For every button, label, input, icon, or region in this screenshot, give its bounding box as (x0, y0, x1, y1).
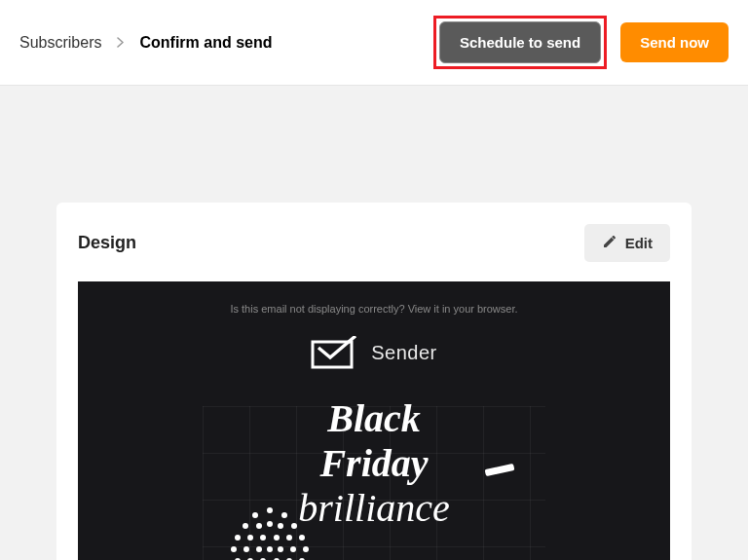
svg-point-6 (256, 523, 262, 529)
hero-line-1: Black (327, 396, 421, 440)
dot-cluster-icon (226, 503, 314, 560)
card-title: Design (78, 233, 136, 253)
svg-point-16 (231, 546, 237, 552)
svg-point-21 (290, 546, 296, 552)
email-preview: Is this email not displaying correctly? … (78, 281, 670, 560)
svg-point-2 (252, 512, 258, 518)
svg-point-9 (291, 523, 297, 529)
annotation-highlight: Schedule to send (433, 16, 607, 69)
svg-point-4 (281, 512, 287, 518)
send-now-button[interactable]: Send now (620, 22, 729, 62)
svg-point-14 (286, 535, 292, 541)
svg-point-12 (260, 535, 266, 541)
hero-title: Black Friday brilliance (95, 396, 653, 531)
breadcrumb-item-confirm: Confirm and send (139, 34, 272, 52)
hero-line-3: brilliance (298, 486, 450, 530)
svg-point-1 (267, 507, 273, 513)
svg-point-5 (243, 523, 248, 529)
svg-point-10 (235, 535, 241, 541)
hero-line-2: Friday (319, 441, 428, 485)
edit-button[interactable]: Edit (584, 224, 670, 262)
svg-point-17 (243, 546, 249, 552)
header-actions: Schedule to send Send now (433, 16, 729, 69)
app-header: Subscribers Confirm and send Schedule to… (0, 0, 748, 86)
edit-label: Edit (625, 235, 653, 251)
chevron-right-icon (117, 35, 124, 51)
svg-point-13 (274, 535, 280, 541)
svg-point-18 (256, 546, 262, 552)
pencil-icon (602, 234, 617, 252)
svg-point-19 (267, 546, 273, 552)
design-card: Design Edit Is this email not displaying… (56, 203, 692, 560)
schedule-to-send-button[interactable]: Schedule to send (439, 21, 601, 63)
svg-point-8 (278, 523, 283, 529)
content-area: Design Edit Is this email not displaying… (0, 86, 748, 560)
sender-logo: Sender (311, 336, 437, 369)
svg-point-7 (267, 521, 273, 527)
breadcrumb-item-subscribers[interactable]: Subscribers (19, 34, 101, 52)
svg-point-15 (299, 535, 305, 541)
svg-point-22 (303, 546, 309, 552)
card-header: Design Edit (78, 224, 670, 262)
preview-meta-text: Is this email not displaying correctly? … (95, 303, 653, 315)
svg-point-20 (278, 546, 283, 552)
sender-name: Sender (371, 342, 437, 364)
breadcrumb: Subscribers Confirm and send (19, 34, 273, 52)
svg-point-11 (247, 535, 253, 541)
envelope-check-icon (311, 336, 359, 369)
